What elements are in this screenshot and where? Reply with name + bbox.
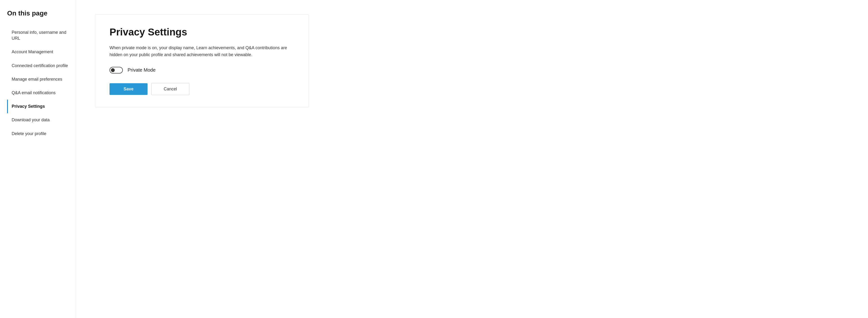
section-description: When private mode is on, your display na… bbox=[110, 45, 294, 58]
sidebar-item-manage-email[interactable]: Manage email preferences bbox=[7, 73, 69, 86]
section-title: Privacy Settings bbox=[110, 26, 294, 38]
sidebar-item-download-data[interactable]: Download your data bbox=[7, 113, 69, 127]
sidebar-item-privacy-settings[interactable]: Privacy Settings bbox=[7, 100, 69, 113]
privacy-settings-card: Privacy Settings When private mode is on… bbox=[95, 14, 309, 107]
main-content: Privacy Settings When private mode is on… bbox=[76, 0, 868, 318]
sidebar: On this page Personal info, username and… bbox=[0, 0, 76, 318]
sidebar-item-personal-info[interactable]: Personal info, username and URL bbox=[7, 26, 69, 45]
private-mode-label: Private Mode bbox=[128, 67, 156, 73]
button-row: Save Cancel bbox=[110, 83, 294, 95]
toggle-track bbox=[110, 67, 123, 74]
cancel-button[interactable]: Cancel bbox=[151, 83, 189, 95]
sidebar-item-account-management[interactable]: Account Management bbox=[7, 45, 69, 59]
save-button[interactable]: Save bbox=[110, 83, 148, 95]
sidebar-title: On this page bbox=[7, 9, 69, 17]
sidebar-item-delete-profile[interactable]: Delete your profile bbox=[7, 127, 69, 141]
sidebar-item-connected-cert[interactable]: Connected certification profile bbox=[7, 59, 69, 73]
private-mode-toggle[interactable] bbox=[110, 67, 123, 74]
sidebar-item-qa-notifications[interactable]: Q&A email notifications bbox=[7, 86, 69, 100]
sidebar-nav: Personal info, username and URLAccount M… bbox=[7, 26, 69, 141]
toggle-thumb bbox=[111, 68, 115, 72]
toggle-row: Private Mode bbox=[110, 67, 294, 74]
